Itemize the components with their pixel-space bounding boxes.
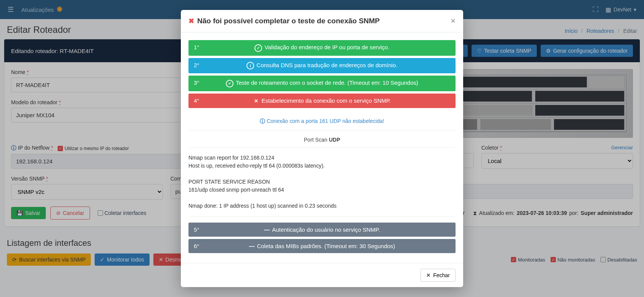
steps-list: 1°Validação do endereço de IP ou porta d…: [188, 40, 456, 108]
pending-steps-list: 5°Autenticação do usuário no serviço SNM…: [188, 223, 456, 253]
close-button[interactable]: ✕ Fechar: [420, 269, 456, 282]
test-step-pending: 6°Coleta das MIBs padrões. (Timeout em: …: [188, 239, 456, 253]
snmp-test-modal: ✖ Não foi possível completar o teste de …: [181, 10, 463, 287]
scan-output: Nmap scan report for 192.168.0.124 Host …: [188, 148, 456, 216]
test-step: 4°Estabelecimento da conexão com o servi…: [188, 94, 456, 108]
test-step-pending: 5°Autenticação do usuário no serviço SNM…: [188, 223, 456, 237]
modal-title: ✖ Não foi possível completar o teste de …: [188, 17, 380, 25]
modal-overlay: ✖ Não foi possível completar o teste de …: [0, 0, 644, 297]
test-step: 1°Validação do endereço de IP ou porta d…: [188, 40, 456, 56]
info-icon: ⓘ: [260, 118, 265, 124]
test-step: 3°Teste de roteamento com o socket de re…: [188, 76, 456, 91]
close-label: Fechar: [433, 272, 450, 278]
error-icon: ✖: [188, 17, 194, 25]
close-icon: ✕: [426, 272, 431, 278]
test-step: 2°Consulta DNS para tradução de endereço…: [188, 58, 456, 73]
connection-error-message: ⓘ Conexão com a porta 161 UDP não estabe…: [188, 110, 456, 131]
portscan-heading: Port Scan UDP: [188, 131, 456, 148]
modal-close-button[interactable]: ×: [451, 16, 456, 26]
